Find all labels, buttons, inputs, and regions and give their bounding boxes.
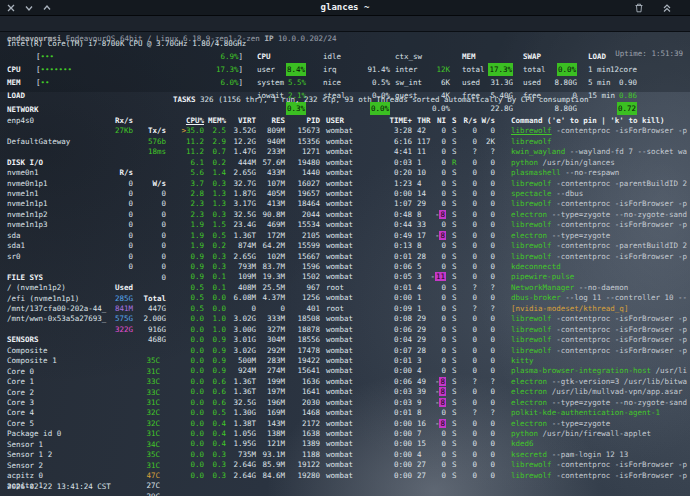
pid: 18878 — [288, 325, 320, 335]
io-read: 0 — [461, 293, 477, 303]
io-write: 0 — [479, 158, 495, 168]
sensor-temp: 27C — [120, 481, 160, 491]
cpu-time: 0:00 — [376, 471, 412, 481]
cpu-time: 0:00 — [376, 293, 412, 303]
virt-mem: 32.5G — [228, 398, 256, 408]
cpu-percent: 11.2 — [168, 147, 204, 157]
command-name: librewolf — [511, 325, 552, 334]
nice-value: 0 — [428, 471, 446, 481]
user: wombat — [326, 272, 371, 282]
command: librewolf-contentproc -isForBrowser -p — [511, 314, 690, 324]
user: wombat — [326, 377, 371, 387]
cpu-percent: 0.0 — [168, 460, 204, 470]
command-name: librewolf — [511, 460, 552, 469]
header-user[interactable]: USER — [326, 116, 371, 126]
nice-value: 0 — [428, 137, 446, 147]
gauge-dots: ••• — [41, 50, 55, 63]
command-args: --log 11 --controller 10 -- — [565, 293, 687, 302]
quicklook-gauge: CPU [•••6.9%] — [7, 50, 243, 63]
header-virt[interactable]: VIRT — [228, 116, 256, 126]
stat-cell: guest 0.0% — [395, 76, 450, 89]
io-read: ? — [461, 377, 477, 387]
header-pid[interactable]: PID — [288, 116, 320, 126]
header-res[interactable]: RES — [257, 116, 285, 126]
cpu-percent: 1.9 — [168, 220, 204, 230]
user: wombat — [326, 398, 371, 408]
process-row: 2.3 1.3 3.17G 413M 18464 wombat 1:07 29 … — [0, 199, 690, 209]
pid: 19280 — [288, 471, 320, 481]
io-write: ? — [479, 408, 495, 418]
virt-mem: 3.02G — [228, 346, 256, 356]
process-row: 0.0 0.4 1.38T 143M 2172 wombat 0:00 16 -… — [0, 419, 690, 429]
cpu-percent: 0.9 — [168, 272, 204, 282]
res-mem: 169M — [257, 408, 285, 418]
io-read: 0 — [461, 252, 477, 262]
command: electron--type=zygote — [511, 419, 690, 429]
nice-value: -11 — [428, 272, 446, 282]
command: plasmashell--no-respawn — [511, 168, 690, 178]
pid: 1188 — [288, 450, 320, 460]
pid: 2030 — [288, 398, 320, 408]
res-mem: 19.3M — [257, 272, 285, 282]
nice-value: 0 — [428, 189, 446, 199]
header-mem[interactable]: MEM% — [204, 116, 226, 126]
cpu-time: 4:41 — [376, 147, 412, 157]
io-write: 0 — [479, 179, 495, 189]
command: ksecretd--pam-login 12 13 — [511, 450, 690, 460]
pid: 1271 — [288, 147, 320, 157]
cpu-percent: 1.9 — [168, 231, 204, 241]
io-write: 0 — [479, 272, 495, 282]
stat-cell: used 5.40G — [462, 63, 513, 76]
command: librewolf-contentproc -isForBrowser -p — [511, 335, 690, 345]
process-row: 0.5 0.0 6.08M 4.37M 1256 wombat 0:00 1 0… — [0, 293, 690, 303]
cpu-percent: 0.9 — [168, 262, 204, 272]
io-read: 0 — [461, 398, 477, 408]
user: wombat — [326, 366, 371, 376]
gauge-bar: [•••6.9%] — [36, 50, 243, 63]
stat-cell: steal 0.0% — [323, 76, 390, 89]
virt-mem: 1.87G — [228, 189, 256, 199]
cpu-percent: 2.8 — [168, 189, 204, 199]
command-name: electron — [511, 210, 547, 219]
process-row: 0.0 0.4 1.05G 138M 1638 wombat 0:00 7 0 … — [0, 429, 690, 439]
cpu-percent: 0.0 — [168, 314, 204, 324]
process-row: 1.9 0.2 874M 64.2M 15599 wombat 0:13 8 0… — [0, 241, 690, 251]
process-row: 0.0 0.9 3.02G 292M 17478 wombat 0:07 28 … — [0, 346, 690, 356]
mem-percent: 2.5 — [204, 126, 226, 136]
io-read: 0 — [461, 471, 477, 481]
header-cpu[interactable]: CPU% — [168, 116, 204, 126]
cpu-time: 0:00 — [376, 460, 412, 470]
res-mem: 405M — [257, 189, 285, 199]
command-name: librewolf — [511, 199, 552, 208]
command: electron--type=zygote — [511, 231, 690, 241]
io-read: 0 — [461, 419, 477, 429]
process-table: >35.0 2.5 3.52G 809M 15673 wombat 3:28 4… — [0, 126, 690, 481]
io-write: ? — [479, 283, 495, 293]
stat-cell: SWAP 0.0% — [523, 37, 577, 50]
command: kdeconnectd — [511, 262, 690, 272]
command-name: librewolf — [511, 126, 552, 135]
cpu-percent: 11.2 — [168, 137, 204, 147]
cpu-percent: 0.0 — [168, 429, 204, 439]
header-time[interactable]: TIME+ — [376, 116, 412, 126]
header-rs: R/s — [461, 116, 477, 126]
cpu-percent: 0.0 — [168, 387, 204, 397]
nice-value: -8 — [428, 398, 446, 408]
io-read: 0 — [461, 272, 477, 282]
io-write: ? — [479, 377, 495, 387]
cpu-time: 0:03 — [376, 398, 412, 408]
pid: 17478 — [288, 346, 320, 356]
command-name: librewolf — [511, 314, 552, 323]
virt-mem: 924M — [228, 366, 256, 376]
io-write: 0 — [479, 325, 495, 335]
command: [nvidia-modeset/kthread_q] — [511, 304, 690, 314]
pid: 18556 — [288, 335, 320, 345]
process-row: 0.0 0.5 1.30G 169M 1468 wombat 0:01 8 0 … — [0, 408, 690, 418]
cpu-percent: >35.0 — [168, 126, 204, 136]
command-name: librewolf — [511, 179, 552, 188]
cpu-percent: 0.0 — [168, 377, 204, 387]
stat-cell: iowait 0.3% — [257, 76, 306, 89]
mem-percent: 0.4 — [204, 439, 226, 449]
command-args: -contentproc -isForBrowser -p — [556, 126, 687, 135]
io-write: 0 — [479, 419, 495, 429]
